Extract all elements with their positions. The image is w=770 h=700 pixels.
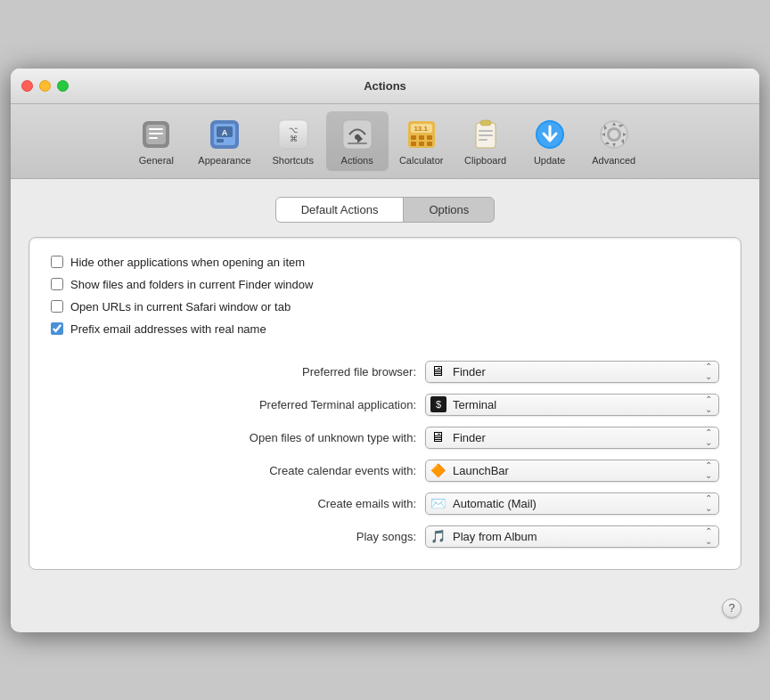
- svg-rect-24: [419, 142, 424, 146]
- prefix-email-checkbox[interactable]: [51, 322, 63, 335]
- svg-rect-2: [149, 128, 163, 130]
- maximize-button[interactable]: [57, 80, 69, 92]
- main-panel: Hide other applications when opening an …: [29, 237, 741, 570]
- actions-icon: [340, 117, 375, 152]
- shortcuts-icon: ⌥ ⌘: [275, 117, 311, 152]
- calendar-label: Create calendar events with:: [184, 464, 416, 477]
- traffic-lights: [21, 80, 69, 92]
- play-songs-label: Play songs:: [184, 530, 416, 543]
- toolbar-item-clipboard[interactable]: Clipboard: [455, 111, 517, 171]
- titlebar: Actions: [11, 69, 759, 104]
- appearance-label: Appearance: [198, 155, 250, 166]
- calendar-select[interactable]: LaunchBar Calendar: [425, 460, 719, 482]
- unknown-type-select[interactable]: Finder Path Finder: [425, 427, 719, 449]
- hide-apps-checkbox[interactable]: [51, 256, 63, 268]
- open-urls-label[interactable]: Open URLs in current Safari window or ta…: [70, 300, 291, 313]
- svg-text:⌘: ⌘: [289, 134, 297, 143]
- play-songs-select[interactable]: Play from Album Play from Artist Play fr…: [425, 525, 719, 548]
- svg-text:⌥: ⌥: [289, 126, 298, 134]
- open-urls-checkbox[interactable]: [51, 300, 63, 313]
- emails-label: Create emails with:: [184, 497, 416, 510]
- hide-apps-label[interactable]: Hide other applications when opening an …: [70, 256, 305, 269]
- svg-text:A: A: [222, 128, 228, 137]
- svg-rect-25: [427, 142, 432, 146]
- checkbox-open-urls: Open URLs in current Safari window or ta…: [51, 300, 719, 313]
- help-button[interactable]: ?: [722, 598, 741, 618]
- shortcuts-label: Shortcuts: [272, 155, 313, 166]
- window-title: Actions: [364, 79, 406, 93]
- svg-rect-3: [149, 133, 163, 134]
- svg-point-36: [610, 130, 618, 139]
- tab-bar: Default Actions Options: [29, 197, 741, 223]
- advanced-label: Advanced: [592, 155, 635, 166]
- terminal-select[interactable]: Terminal iTerm: [425, 394, 719, 416]
- minimize-button[interactable]: [39, 80, 51, 92]
- svg-rect-8: [217, 139, 224, 142]
- show-files-label[interactable]: Show files and folders in current Finder…: [70, 278, 313, 291]
- toolbar-item-calculator[interactable]: 13.1 Calculator: [390, 111, 453, 171]
- general-label: General: [139, 155, 174, 166]
- window-body: Default Actions Options Hide other appli…: [11, 179, 759, 632]
- tab-group: Default Actions Options: [275, 197, 496, 223]
- svg-rect-22: [427, 135, 432, 140]
- svg-rect-29: [479, 134, 493, 136]
- svg-rect-4: [149, 137, 158, 139]
- clipboard-label: Clipboard: [464, 155, 506, 166]
- toolbar-item-update[interactable]: Update: [519, 111, 581, 171]
- form-row-emails: Create emails with: ✉️ Automatic (Mail) …: [51, 492, 719, 515]
- tab-options[interactable]: Options: [404, 198, 494, 222]
- show-files-checkbox[interactable]: [51, 278, 63, 290]
- prefix-email-label[interactable]: Prefix email addresses with real name: [70, 322, 266, 336]
- close-button[interactable]: [21, 80, 33, 92]
- terminal-select-wrapper: $ Terminal iTerm: [425, 394, 719, 416]
- toolbar: General A Appearance: [11, 104, 759, 179]
- calendar-select-wrapper: 🔶 LaunchBar Calendar: [425, 460, 719, 482]
- content-area: Default Actions Options Hide other appli…: [11, 179, 759, 588]
- checkbox-show-files: Show files and folders in current Finder…: [51, 278, 719, 291]
- svg-rect-21: [419, 135, 424, 140]
- form-row-unknown-type: Open files of unknown type with: 🖥 Finde…: [51, 427, 719, 449]
- form-row-play-songs: Play songs: 🎵 Play from Album Play from …: [51, 525, 719, 548]
- emails-select-wrapper: ✉️ Automatic (Mail) Mail Airmail: [425, 492, 719, 515]
- svg-text:13.1: 13.1: [414, 125, 428, 133]
- form-section: Preferred file browser: 🖥 Finder Path Fi…: [51, 361, 719, 548]
- main-window: Actions General: [11, 69, 759, 632]
- toolbar-item-shortcuts[interactable]: ⌥ ⌘ Shortcuts: [262, 111, 324, 171]
- file-browser-select[interactable]: Finder Path Finder: [425, 361, 719, 383]
- play-songs-select-wrapper: 🎵 Play from Album Play from Artist Play …: [425, 525, 719, 548]
- appearance-icon: A: [207, 117, 242, 152]
- svg-rect-23: [411, 142, 416, 146]
- terminal-label: Preferred Terminal application:: [184, 398, 416, 411]
- actions-label: Actions: [341, 155, 373, 166]
- file-browser-select-wrapper: 🖥 Finder Path Finder: [425, 361, 719, 383]
- checkbox-prefix-email: Prefix email addresses with real name: [51, 322, 719, 336]
- advanced-icon: [596, 117, 632, 152]
- tab-default-actions[interactable]: Default Actions: [276, 198, 405, 222]
- toolbar-item-general[interactable]: General: [125, 111, 187, 171]
- toolbar-item-actions[interactable]: Actions: [326, 111, 389, 171]
- svg-point-15: [355, 134, 360, 140]
- svg-rect-20: [411, 135, 416, 140]
- toolbar-item-advanced[interactable]: Advanced: [583, 111, 645, 171]
- general-icon: [138, 117, 174, 152]
- file-browser-label: Preferred file browser:: [184, 365, 416, 378]
- calculator-icon: 13.1: [404, 117, 439, 152]
- unknown-type-label: Open files of unknown type with:: [184, 431, 416, 444]
- form-row-calendar: Create calendar events with: 🔶 LaunchBar…: [51, 460, 719, 482]
- unknown-type-select-wrapper: 🖥 Finder Path Finder: [425, 427, 719, 449]
- checkboxes-section: Hide other applications when opening an …: [51, 256, 719, 336]
- svg-rect-27: [480, 120, 491, 126]
- calculator-label: Calculator: [399, 155, 444, 166]
- checkbox-hide-apps: Hide other applications when opening an …: [51, 256, 719, 269]
- form-row-file-browser: Preferred file browser: 🖥 Finder Path Fi…: [51, 361, 719, 383]
- form-row-terminal: Preferred Terminal application: $ Termin…: [51, 394, 719, 416]
- update-label: Update: [534, 155, 565, 166]
- svg-rect-28: [479, 130, 493, 132]
- svg-rect-16: [348, 142, 367, 144]
- emails-select[interactable]: Automatic (Mail) Mail Airmail: [425, 492, 719, 515]
- update-icon: [532, 117, 568, 152]
- svg-rect-30: [479, 139, 487, 141]
- clipboard-icon: [468, 117, 504, 152]
- toolbar-item-appearance[interactable]: A Appearance: [189, 111, 259, 171]
